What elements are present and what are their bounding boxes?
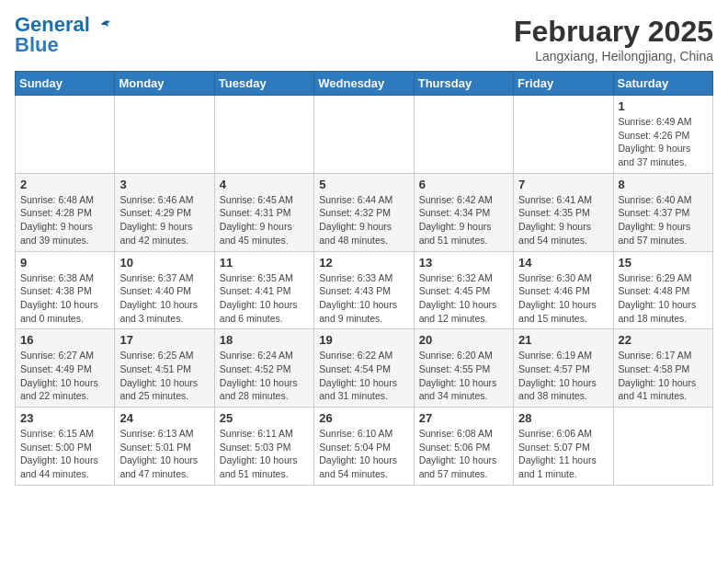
day-info: Sunrise: 6:22 AM Sunset: 4:54 PM Dayligh… (319, 349, 408, 403)
day-info: Sunrise: 6:32 AM Sunset: 4:45 PM Dayligh… (419, 271, 508, 326)
week-row-2: 2Sunrise: 6:48 AM Sunset: 4:28 PM Daylig… (16, 173, 713, 251)
day-info: Sunrise: 6:29 AM Sunset: 4:48 PM Dayligh… (619, 271, 708, 326)
day-number: 14 (518, 256, 608, 270)
calendar-cell: 21Sunrise: 6:19 AM Sunset: 4:57 PM Dayli… (514, 329, 613, 408)
calendar-cell (115, 96, 214, 174)
day-info: Sunrise: 6:20 AM Sunset: 4:55 PM Dayligh… (419, 349, 508, 403)
day-number: 28 (518, 411, 608, 425)
logo-text: GeneralBlue (15, 15, 90, 55)
day-info: Sunrise: 6:13 AM Sunset: 5:01 PM Dayligh… (119, 427, 209, 481)
day-info: Sunrise: 6:49 AM Sunset: 4:26 PM Dayligh… (619, 115, 708, 169)
day-number: 26 (319, 411, 408, 425)
calendar-cell: 20Sunrise: 6:20 AM Sunset: 4:55 PM Dayli… (414, 329, 513, 408)
week-row-1: 1Sunrise: 6:49 AM Sunset: 4:26 PM Daylig… (16, 96, 713, 174)
day-info: Sunrise: 6:15 AM Sunset: 5:00 PM Dayligh… (20, 427, 109, 481)
calendar-cell: 28Sunrise: 6:06 AM Sunset: 5:07 PM Dayli… (514, 408, 613, 486)
calendar-cell: 19Sunrise: 6:22 AM Sunset: 4:54 PM Dayli… (314, 329, 414, 408)
day-number: 19 (319, 333, 408, 347)
calendar-cell: 11Sunrise: 6:35 AM Sunset: 4:41 PM Dayli… (214, 251, 313, 329)
day-number: 2 (20, 178, 109, 191)
calendar-cell: 1Sunrise: 6:49 AM Sunset: 4:26 PM Daylig… (613, 96, 712, 174)
day-number: 6 (419, 178, 508, 191)
calendar-cell (314, 96, 414, 174)
calendar-cell: 10Sunrise: 6:37 AM Sunset: 4:40 PM Dayli… (115, 251, 214, 329)
day-number: 10 (119, 256, 209, 270)
day-number: 11 (220, 256, 309, 270)
day-number: 1 (619, 99, 708, 113)
calendar-cell: 8Sunrise: 6:40 AM Sunset: 4:37 PM Daylig… (613, 173, 712, 251)
calendar-cell: 23Sunrise: 6:15 AM Sunset: 5:00 PM Dayli… (16, 408, 115, 486)
day-info: Sunrise: 6:10 AM Sunset: 5:04 PM Dayligh… (319, 427, 408, 481)
day-number: 17 (119, 333, 209, 347)
calendar-cell: 14Sunrise: 6:30 AM Sunset: 4:46 PM Dayli… (514, 251, 613, 329)
day-number: 22 (619, 333, 708, 347)
calendar-cell: 4Sunrise: 6:45 AM Sunset: 4:31 PM Daylig… (214, 173, 313, 251)
day-info: Sunrise: 6:08 AM Sunset: 5:06 PM Dayligh… (419, 427, 508, 481)
calendar-cell: 25Sunrise: 6:11 AM Sunset: 5:03 PM Dayli… (214, 408, 313, 486)
weekday-header-row: SundayMondayTuesdayWednesdayThursdayFrid… (16, 72, 713, 96)
day-number: 4 (220, 178, 309, 191)
weekday-header-sunday: Sunday (16, 72, 115, 96)
day-number: 7 (518, 178, 608, 191)
day-number: 13 (419, 256, 508, 270)
calendar-table: SundayMondayTuesdayWednesdayThursdayFrid… (15, 71, 713, 486)
sub-title: Langxiang, Heilongjiang, China (514, 49, 713, 63)
week-row-4: 16Sunrise: 6:27 AM Sunset: 4:49 PM Dayli… (16, 329, 713, 408)
calendar-cell: 15Sunrise: 6:29 AM Sunset: 4:48 PM Dayli… (613, 251, 712, 329)
calendar-cell: 26Sunrise: 6:10 AM Sunset: 5:04 PM Dayli… (314, 408, 414, 486)
weekday-header-friday: Friday (514, 72, 613, 96)
calendar-cell: 13Sunrise: 6:32 AM Sunset: 4:45 PM Dayli… (414, 251, 513, 329)
week-row-3: 9Sunrise: 6:38 AM Sunset: 4:38 PM Daylig… (16, 251, 713, 329)
day-number: 16 (20, 333, 109, 347)
day-info: Sunrise: 6:11 AM Sunset: 5:03 PM Dayligh… (220, 427, 309, 481)
calendar-cell: 22Sunrise: 6:17 AM Sunset: 4:58 PM Dayli… (613, 329, 712, 408)
day-info: Sunrise: 6:41 AM Sunset: 4:35 PM Dayligh… (518, 193, 608, 247)
day-number: 24 (119, 411, 209, 425)
main-title: February 2025 (514, 15, 713, 49)
calendar-cell: 3Sunrise: 6:46 AM Sunset: 4:29 PM Daylig… (115, 173, 214, 251)
day-info: Sunrise: 6:38 AM Sunset: 4:38 PM Dayligh… (20, 271, 109, 326)
day-info: Sunrise: 6:46 AM Sunset: 4:29 PM Dayligh… (119, 193, 209, 247)
weekday-header-saturday: Saturday (613, 72, 712, 96)
day-info: Sunrise: 6:30 AM Sunset: 4:46 PM Dayligh… (518, 271, 608, 326)
day-info: Sunrise: 6:42 AM Sunset: 4:34 PM Dayligh… (419, 193, 508, 247)
day-info: Sunrise: 6:44 AM Sunset: 4:32 PM Dayligh… (319, 193, 408, 247)
day-info: Sunrise: 6:24 AM Sunset: 4:52 PM Dayligh… (220, 349, 309, 403)
day-info: Sunrise: 6:27 AM Sunset: 4:49 PM Dayligh… (20, 349, 109, 403)
weekday-header-monday: Monday (115, 72, 214, 96)
day-number: 5 (319, 178, 408, 191)
day-number: 25 (220, 411, 309, 425)
day-info: Sunrise: 6:35 AM Sunset: 4:41 PM Dayligh… (220, 271, 309, 326)
calendar-cell: 17Sunrise: 6:25 AM Sunset: 4:51 PM Dayli… (115, 329, 214, 408)
day-number: 3 (119, 178, 209, 191)
day-info: Sunrise: 6:48 AM Sunset: 4:28 PM Dayligh… (20, 193, 109, 247)
calendar-cell: 7Sunrise: 6:41 AM Sunset: 4:35 PM Daylig… (514, 173, 613, 251)
calendar-cell (514, 96, 613, 174)
page-header: GeneralBlue February 2025 Langxiang, Hei… (15, 15, 713, 63)
day-number: 12 (319, 256, 408, 270)
day-number: 8 (619, 178, 708, 191)
logo-bird-icon (92, 17, 112, 36)
logo: GeneralBlue (15, 15, 112, 55)
calendar-cell: 2Sunrise: 6:48 AM Sunset: 4:28 PM Daylig… (16, 173, 115, 251)
calendar-cell: 16Sunrise: 6:27 AM Sunset: 4:49 PM Dayli… (16, 329, 115, 408)
weekday-header-thursday: Thursday (414, 72, 513, 96)
calendar-cell: 27Sunrise: 6:08 AM Sunset: 5:06 PM Dayli… (414, 408, 513, 486)
calendar-cell (414, 96, 513, 174)
day-number: 9 (20, 256, 109, 270)
day-number: 18 (220, 333, 309, 347)
calendar-cell (214, 96, 313, 174)
calendar-cell: 5Sunrise: 6:44 AM Sunset: 4:32 PM Daylig… (314, 173, 414, 251)
day-number: 15 (619, 256, 708, 270)
calendar-cell: 9Sunrise: 6:38 AM Sunset: 4:38 PM Daylig… (16, 251, 115, 329)
calendar-cell: 24Sunrise: 6:13 AM Sunset: 5:01 PM Dayli… (115, 408, 214, 486)
weekday-header-tuesday: Tuesday (214, 72, 313, 96)
day-info: Sunrise: 6:19 AM Sunset: 4:57 PM Dayligh… (518, 349, 608, 403)
day-info: Sunrise: 6:06 AM Sunset: 5:07 PM Dayligh… (518, 427, 608, 481)
day-number: 20 (419, 333, 508, 347)
calendar-cell: 6Sunrise: 6:42 AM Sunset: 4:34 PM Daylig… (414, 173, 513, 251)
title-area: February 2025 Langxiang, Heilongjiang, C… (514, 15, 713, 63)
calendar-cell: 18Sunrise: 6:24 AM Sunset: 4:52 PM Dayli… (214, 329, 313, 408)
day-info: Sunrise: 6:25 AM Sunset: 4:51 PM Dayligh… (119, 349, 209, 403)
day-info: Sunrise: 6:33 AM Sunset: 4:43 PM Dayligh… (319, 271, 408, 326)
